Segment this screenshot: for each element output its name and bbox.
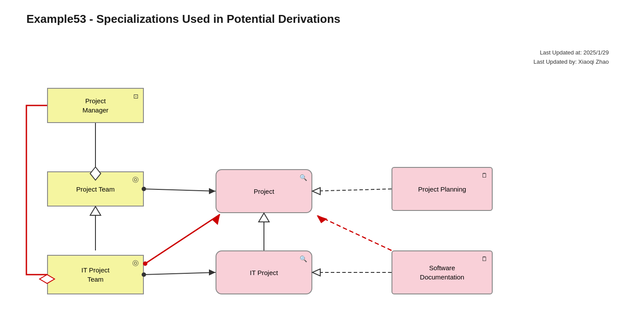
svg-marker-16 xyxy=(312,269,320,276)
diagram-arrows xyxy=(0,35,644,319)
svg-line-20 xyxy=(317,215,392,250)
svg-point-9 xyxy=(142,272,146,277)
page-title: Example53 - Specializations Used in Pote… xyxy=(26,12,340,26)
svg-marker-18 xyxy=(212,214,220,225)
svg-marker-7 xyxy=(209,188,216,194)
svg-marker-10 xyxy=(209,269,216,276)
svg-marker-21 xyxy=(317,215,327,223)
svg-line-17 xyxy=(145,214,220,264)
diagram: ProjectManager ⊡ Project Team ⓞ IT Proje… xyxy=(0,35,644,319)
svg-marker-14 xyxy=(312,188,320,195)
svg-marker-2 xyxy=(90,167,101,180)
svg-point-19 xyxy=(143,261,147,266)
svg-marker-12 xyxy=(259,213,269,222)
svg-line-8 xyxy=(144,272,216,275)
svg-marker-0 xyxy=(40,275,55,283)
svg-line-5 xyxy=(144,189,216,191)
svg-marker-4 xyxy=(90,207,101,215)
svg-point-6 xyxy=(142,187,146,191)
svg-line-13 xyxy=(312,189,392,191)
